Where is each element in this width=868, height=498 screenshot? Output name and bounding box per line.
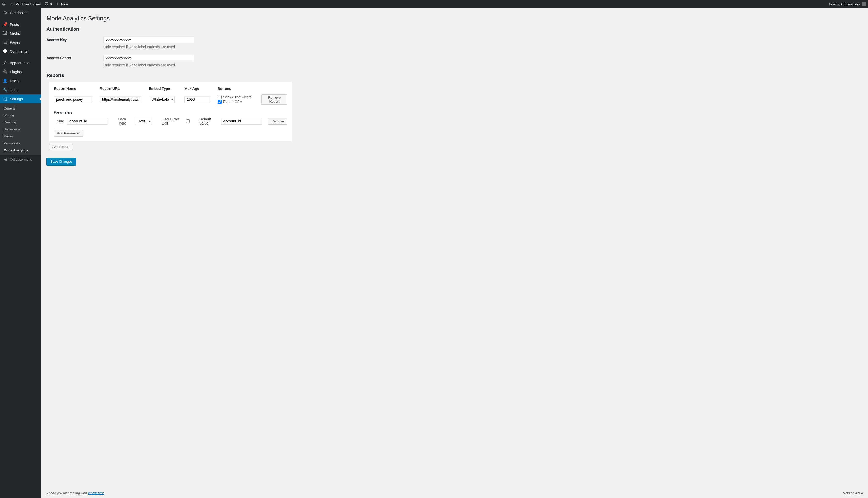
content: Mode Analytics Settings Authentication A… — [41, 8, 868, 488]
sidebar-item-dashboard[interactable]: ⌬Dashboard — [0, 8, 41, 17]
plugins-icon: 🔌 — [3, 69, 8, 74]
slug-label: Slug — [57, 119, 64, 123]
access-secret-desc: Only required if white label embeds are … — [103, 63, 863, 67]
wordpress-link[interactable]: WordPress — [88, 491, 104, 495]
show-hide-filters-checkbox[interactable] — [218, 95, 222, 99]
adminbar-right: Howdy, Administrator — [829, 2, 866, 6]
sidebar-item-label: Comments — [10, 49, 27, 53]
users-can-edit-label: Users Can Edit — [162, 117, 183, 125]
default-value-input[interactable] — [221, 118, 262, 124]
admin-sidebar: ⌬Dashboard 📌Posts 🖽Media ▤Pages 💬Comment… — [0, 8, 41, 498]
default-value-label: Default Value — [199, 117, 218, 125]
new-link[interactable]: +New — [55, 2, 68, 6]
col-max-age: Max Age — [184, 87, 218, 91]
report-header-row: Report Name Report URL Embed Type Max Ag… — [54, 87, 287, 91]
embed-type-select[interactable]: White-Label — [149, 96, 175, 103]
auth-heading: Authentication — [47, 27, 863, 32]
collapse-menu[interactable]: ◀Collapse menu — [0, 155, 41, 163]
sidebar-item-pages[interactable]: ▤Pages — [0, 38, 41, 47]
main-area: Mode Analytics Settings Authentication A… — [41, 8, 868, 498]
plus-icon: + — [55, 2, 60, 6]
remove-report-button[interactable]: Remove Report — [261, 94, 287, 105]
access-secret-row: Access Secret Only required if white lab… — [47, 55, 863, 67]
access-key-label: Access Key — [47, 37, 103, 42]
collapse-icon: ◀ — [3, 157, 8, 161]
access-key-input[interactable] — [103, 37, 194, 43]
dashboard-icon: ⌬ — [3, 10, 8, 15]
adminbar-left: ⓦ ⌂Parch and posey 🗨0 +New — [2, 2, 68, 7]
report-url-input[interactable] — [100, 96, 141, 103]
export-csv-checkbox-wrap[interactable]: Export CSV — [218, 100, 261, 104]
sidebar-item-label: Posts — [10, 23, 19, 27]
version-label: Version 4.9.4 — [843, 491, 863, 495]
parameters-label: Parameters: — [54, 110, 287, 115]
sidebar-item-media[interactable]: 🖽Media — [0, 29, 41, 38]
sidebar-item-label: Media — [10, 31, 19, 35]
thanks-suffix: . — [104, 491, 105, 495]
sidebar-item-label: Settings — [10, 97, 23, 101]
howdy-link[interactable]: Howdy, Administrator — [829, 2, 866, 6]
report-name-input[interactable] — [54, 96, 92, 103]
col-report-name: Report Name — [54, 87, 100, 91]
sidebar-item-label: Plugins — [10, 70, 22, 74]
site-link[interactable]: ⌂Parch and posey — [10, 2, 41, 6]
comment-icon: 🗨 — [44, 2, 49, 6]
show-hide-filters-label: Show/Hide Filters — [223, 95, 252, 99]
users-can-edit-checkbox[interactable] — [186, 119, 189, 123]
sidebar-item-label: Users — [10, 79, 19, 83]
reports-heading: Reports — [47, 73, 863, 78]
access-key-desc: Only required if white label embeds are … — [103, 45, 863, 49]
col-report-url: Report URL — [100, 87, 149, 91]
submenu-item-permalinks[interactable]: Permalinks — [0, 140, 41, 147]
footer-thanks: Thank you for creating with WordPress. — [47, 491, 105, 495]
thanks-prefix: Thank you for creating with — [47, 491, 88, 495]
tools-icon: 🔧 — [3, 87, 8, 92]
sidebar-item-users[interactable]: 👤Users — [0, 76, 41, 85]
sidebar-item-comments[interactable]: 💬Comments — [0, 47, 41, 56]
site-name: Parch and posey — [15, 2, 41, 6]
sidebar-item-label: Dashboard — [10, 11, 28, 15]
wp-logo[interactable]: ⓦ — [2, 2, 6, 7]
howdy-text: Howdy, Administrator — [829, 2, 860, 6]
add-report-button[interactable]: Add Report — [49, 144, 73, 150]
sidebar-item-label: Tools — [10, 88, 18, 92]
show-hide-filters-checkbox-wrap[interactable]: Show/Hide Filters — [218, 95, 261, 99]
submenu-item-mode-analytics[interactable]: Mode Analytics — [0, 147, 41, 154]
submenu-item-writing[interactable]: Writing — [0, 112, 41, 119]
add-parameter-button[interactable]: Add Parameter — [54, 130, 83, 136]
max-age-input[interactable] — [184, 96, 210, 103]
data-type-select[interactable]: Text — [136, 118, 152, 125]
access-secret-input[interactable] — [103, 55, 194, 62]
submenu-item-reading[interactable]: Reading — [0, 119, 41, 126]
users-icon: 👤 — [3, 78, 8, 83]
sidebar-item-tools[interactable]: 🔧Tools — [0, 85, 41, 94]
data-type-label: Data Type — [118, 117, 132, 125]
new-label: New — [61, 2, 68, 6]
wordpress-icon: ⓦ — [2, 2, 6, 7]
submenu-item-media[interactable]: Media — [0, 133, 41, 140]
remove-parameter-button[interactable]: Remove — [268, 118, 287, 124]
save-changes-button[interactable]: Save Changes — [47, 158, 76, 165]
sidebar-item-appearance[interactable]: 🖌Appearance — [0, 58, 41, 67]
sidebar-item-plugins[interactable]: 🔌Plugins — [0, 67, 41, 76]
submenu-item-general[interactable]: General — [0, 105, 41, 112]
export-csv-checkbox[interactable] — [218, 100, 222, 104]
sidebar-item-settings[interactable]: ⬚Settings — [0, 94, 41, 103]
footer: Thank you for creating with WordPress. V… — [41, 488, 868, 498]
adminbar: ⓦ ⌂Parch and posey 🗨0 +New Howdy, Admini… — [0, 0, 868, 8]
media-icon: 🖽 — [3, 31, 8, 36]
page-title: Mode Analytics Settings — [47, 15, 863, 22]
settings-icon: ⬚ — [3, 96, 8, 101]
sidebar-item-posts[interactable]: 📌Posts — [0, 20, 41, 29]
col-embed-type: Embed Type — [149, 87, 184, 91]
parameter-row: Slug Data Type Text Users Can Edit Defau… — [57, 117, 287, 125]
pages-icon: ▤ — [3, 40, 8, 45]
comments-link[interactable]: 🗨0 — [44, 2, 52, 6]
appearance-icon: 🖌 — [3, 61, 8, 65]
slug-input[interactable] — [67, 118, 108, 124]
col-buttons: Buttons — [218, 87, 261, 91]
report-panel: Report Name Report URL Embed Type Max Ag… — [49, 82, 292, 141]
collapse-label: Collapse menu — [10, 158, 32, 161]
home-icon: ⌂ — [10, 2, 14, 6]
submenu-item-discussion[interactable]: Discussion — [0, 126, 41, 133]
